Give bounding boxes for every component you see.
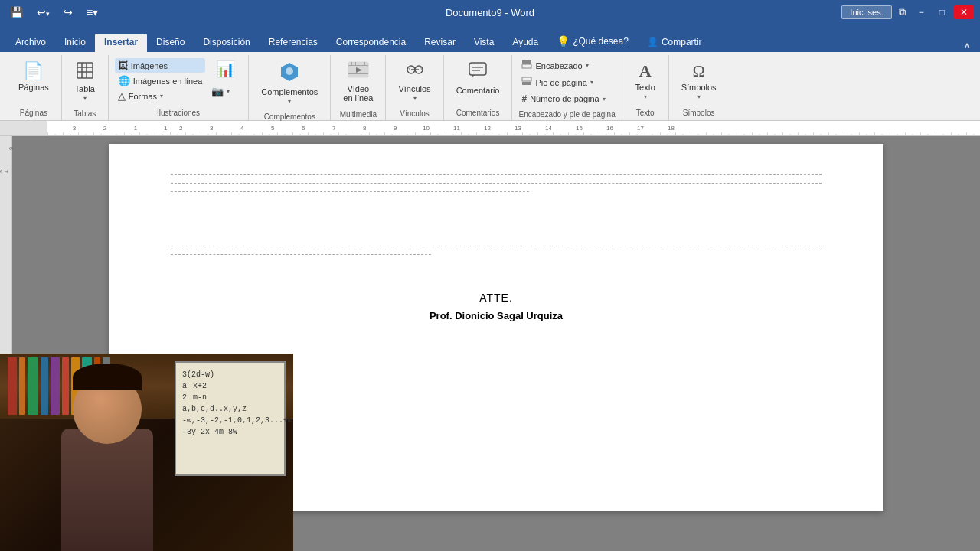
encabezado-dropdown-icon: ▾ [586,62,589,69]
numero-pagina-icon: # [521,93,527,104]
dashed-line-3 [171,191,529,192]
texto-button[interactable]: A Texto ▾ [629,58,662,103]
group-encabezado-content: Encabezado ▾ Pie de página ▾ # Número de… [518,55,615,109]
tab-inicio[interactable]: Inicio [55,34,95,52]
undo-button[interactable]: ↩▾ [33,5,54,20]
document-area: 678 ATTE. Prof. Dionicio Sagal Urquiza [0,136,980,551]
group-simbolos: Ω Símbolos ▾ Símbolos [669,55,729,120]
imagenes-linea-label: Imágenes en línea [133,77,203,86]
comentario-label: Comentario [456,86,500,95]
tab-insertar[interactable]: Insertar [95,34,147,52]
group-vinculos: Vínculos ▾ Vínculos [386,55,443,120]
screenshot-icon: 📷 [211,86,224,97]
share-icon: 👤 [647,37,658,47]
screenshot-dropdown-icon: ▾ [227,88,230,95]
screenshot-button[interactable]: 📷 ▾ [208,84,242,99]
customize-qat-button[interactable]: ≡▾ [83,5,102,20]
group-complementos: Complementos ▾ Complementos [249,55,331,120]
paginas-button[interactable]: 📄 Páginas [12,58,55,95]
document-content[interactable]: ATTE. Prof. Dionicio Sagal Urquiza [12,136,980,551]
svg-text:7: 7 [332,125,336,132]
redo-button[interactable]: ↪ [60,5,77,20]
svg-rect-20 [469,63,486,75]
save-button[interactable]: 💾 [6,5,27,20]
video-button[interactable]: Vídeoen línea [337,58,379,106]
signin-button[interactable]: Inic. ses. [841,5,891,19]
title-bar: 💾 ↩▾ ↪ ≡▾ Documento9 - Word Inic. ses. ⧉… [0,0,980,24]
svg-rect-30 [47,121,980,135]
tab-revisar[interactable]: Revisar [415,34,465,52]
texto-icon: A [639,61,652,81]
imagenes-button[interactable]: 🖼 Imágenes [115,58,206,73]
webcam-overlay: 3(2d-w) ax+2 2m-n a,b,c,d..x,y,z -∞,-3,-… [12,354,293,551]
restore-button[interactable]: ⧉ [895,5,910,20]
svg-rect-23 [522,60,531,64]
tab-referencias[interactable]: Referencias [260,34,327,52]
group-complementos-content: Complementos ▾ [255,55,324,111]
tab-search[interactable]: 💡¿Qué desea? [547,32,638,52]
tabla-dropdown-icon: ▾ [83,95,87,102]
ribbon-tabs: Archivo Inicio Insertar Diseño Disposici… [0,24,980,52]
tab-disposicion[interactable]: Disposición [194,34,259,52]
tab-ayuda[interactable]: Ayuda [503,34,547,52]
svg-rect-0 [77,63,93,78]
formas-button[interactable]: △ Formas ▾ [115,89,206,103]
svg-rect-12 [361,62,361,65]
ruler: // Draw ruler ticks inline -3 -2 -1 1 2 … [0,121,980,136]
svg-text:9: 9 [394,125,397,132]
svg-text:-1: -1 [132,125,138,132]
maximize-button[interactable]: □ [933,5,951,19]
svg-text:8: 8 [363,125,367,132]
encabezado-button[interactable]: Encabezado ▾ [518,58,591,73]
simbolos-dropdown-icon: ▾ [697,93,701,100]
svg-rect-25 [522,77,531,81]
tab-vista[interactable]: Vista [465,34,503,52]
numero-pagina-button[interactable]: # Número de página ▾ [518,92,608,106]
imagenes-icon: 🖼 [118,60,128,71]
dashed-line-2 [171,183,822,184]
minimize-button[interactable]: − [913,5,930,19]
svg-text:1: 1 [164,125,168,132]
imagenes-linea-icon: 🌐 [118,75,130,86]
imagenes-linea-button[interactable]: 🌐 Imágenes en línea [115,73,206,88]
close-button[interactable]: ✕ [954,5,974,19]
group-tablas: Tabla ▾ Tablas [62,55,109,120]
svg-text:18: 18 [668,125,675,132]
simbolos-icon: Ω [692,61,704,81]
pie-pagina-button[interactable]: Pie de página ▾ [518,75,596,90]
vinculos-button[interactable]: Vínculos ▾ [392,58,436,105]
collapse-ribbon-button[interactable]: ∧ [960,39,974,52]
group-vinculos-content: Vínculos ▾ [392,55,436,108]
formas-icon: △ [118,90,126,102]
tab-archivo[interactable]: Archivo [6,34,55,52]
tab-diseno[interactable]: Diseño [147,34,194,52]
video-icon [348,61,369,83]
svg-rect-11 [355,62,356,65]
svg-text:11: 11 [453,125,460,132]
tab-correspondencia[interactable]: Correspondencia [327,34,415,52]
webcam-background: 3(2d-w) ax+2 2m-n a,b,c,d..x,y,z -∞,-3,-… [12,354,293,551]
comentario-button[interactable]: Comentario [450,58,506,98]
ilustraciones-right-group: 📊 📷 ▾ [208,58,242,99]
tabla-button[interactable]: Tabla ▾ [68,58,102,105]
complementos-button[interactable]: Complementos ▾ [255,58,324,108]
svg-rect-9 [348,73,368,74]
group-paginas: 📄 Páginas Páginas [6,55,62,120]
pie-pagina-label: Pie de página [535,78,586,87]
tab-share[interactable]: 👤Compartir [638,34,711,52]
svg-rect-26 [522,82,531,85]
group-tablas-content: Tabla ▾ [68,55,102,108]
tabla-icon [76,61,94,83]
ruler-main: // Draw ruler ticks inline -3 -2 -1 1 2 … [47,121,980,135]
group-paginas-label: Páginas [12,107,55,120]
group-encabezado-pie-label: Encabezado y pie de página [518,109,615,122]
simbolos-button[interactable]: Ω Símbolos ▾ [675,58,723,103]
pie-pagina-dropdown-icon: ▾ [590,79,593,86]
group-comentarios-label: Comentarios [450,107,506,120]
whiteboard: 3(2d-w) ax+2 2m-n a,b,c,d..x,y,z -∞,-3,-… [175,361,286,476]
imagenes-label: Imágenes [131,61,168,70]
graficos-button[interactable]: 📊 [208,58,242,80]
vinculos-label: Vínculos [398,84,430,93]
svg-text:16: 16 [606,125,613,132]
group-encabezado-pie: Encabezado ▾ Pie de página ▾ # Número de… [512,55,622,120]
